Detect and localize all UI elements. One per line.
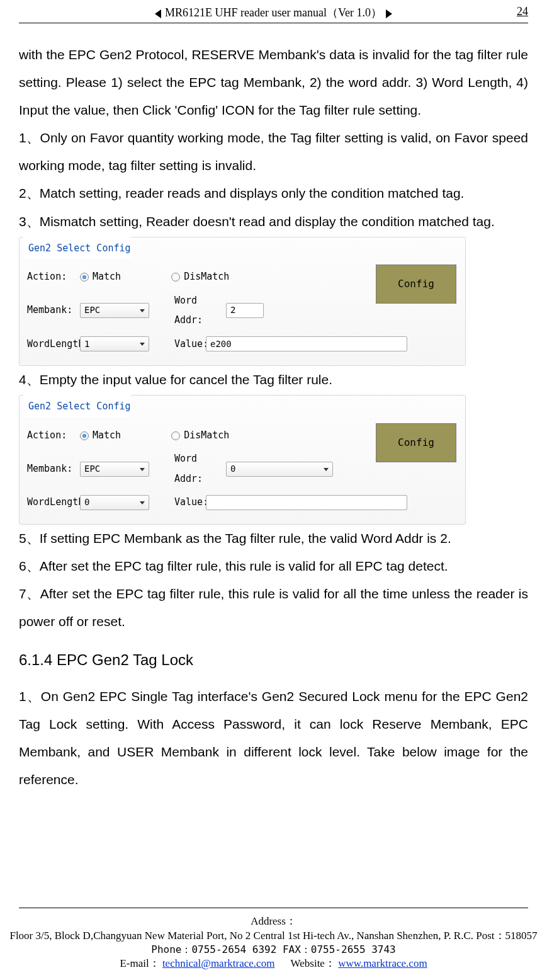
config-button[interactable]: Config [376,265,456,304]
para-6: 6、After set the EPC tag filter rule, thi… [19,552,528,580]
value-input[interactable]: e200 [206,336,407,351]
page-content: with the EPC Gen2 Protocol, RESERVE Memb… [19,41,528,794]
radio-match[interactable]: Match [80,267,121,287]
triangle-right-icon [386,9,392,18]
wordlength-select[interactable]: 1 [80,336,149,351]
membank-label: Membank: [23,300,80,321]
footer-website-label: Website： [291,957,336,969]
radio-match-label: Match [93,426,121,446]
gen2-config-panel-1: Gen2 Select Config Config Action: Match … [19,237,466,367]
membank-select[interactable]: EPC [80,303,149,318]
wordlength-select[interactable]: 0 [80,495,149,510]
radio-dismatch[interactable]: DisMatch [171,267,229,287]
value-label: Value: [168,493,206,513]
membank-select[interactable]: EPC [80,462,149,477]
config-button-label: Config [398,273,434,295]
footer-divider [19,908,528,908]
membank-value: EPC [84,460,100,478]
page-header: MR6121E UHF reader user manual（Ver 1.0） … [19,0,528,20]
footer-phone: Phone：0755-2654 6392 FAX：0755-2655 3743 [0,943,547,957]
radio-match-label: Match [93,267,121,287]
page-number: 24 [517,5,528,18]
wordlength-label: WordLength: [23,493,80,513]
wordaddr-value: 0 [230,460,235,478]
footer-contact-line: E-mail： technical@marktrace.com Website：… [0,957,547,971]
manual-title: MR6121E UHF reader user manual（Ver 1.0） [165,5,382,20]
footer-website-link[interactable]: www.marktrace.com [338,957,427,969]
para-2: 2、Match setting, reader reads and displa… [19,179,528,207]
radio-dot-icon [171,431,180,440]
radio-dismatch[interactable]: DisMatch [171,426,229,446]
triangle-left-icon [155,9,161,18]
footer-email-link[interactable]: technical@marktrace.com [162,957,274,969]
para-7: 7、After set the EPC tag filter rule, thi… [19,580,528,635]
wordaddr-label: Word Addr: [168,449,226,489]
footer-email-label: E-mail： [120,957,159,969]
wordaddr-select[interactable]: 0 [226,462,333,477]
footer-address-label: Address： [0,914,547,929]
radio-dot-icon [80,431,89,440]
wordlength-label: WordLength: [23,334,80,355]
para-1: 1、Only on Favor quantity working mode, t… [19,124,528,179]
radio-dismatch-label: DisMatch [184,267,229,287]
radio-dot-icon [80,273,89,282]
membank-value: EPC [84,301,100,319]
panel-title: Gen2 Select Config [23,236,131,259]
wordlength-value: 0 [84,493,89,511]
action-label: Action: [23,267,80,287]
value-value: e200 [210,335,232,353]
gen2-config-panel-2: Gen2 Select Config Config Action: Match … [19,395,466,525]
panel-title: Gen2 Select Config [23,394,131,417]
footer-address: Floor 3/5, Block D,Changyuan New Materia… [0,929,547,943]
wordaddr-input[interactable]: 2 [226,303,264,318]
membank-label: Membank: [23,459,80,479]
wordaddr-value: 2 [230,301,235,319]
para-3: 3、Mismatch setting, Reader doesn't read … [19,208,528,236]
wordaddr-label: Word Addr: [168,291,226,331]
radio-dot-icon [171,273,180,282]
heading-614: 6.1.4 EPC Gen2 Tag Lock [19,644,528,676]
para-intro: with the EPC Gen2 Protocol, RESERVE Memb… [19,41,528,124]
header-divider [19,23,528,23]
page-footer: Address： Floor 3/5, Block D,Changyuan Ne… [0,908,547,971]
radio-match[interactable]: Match [80,426,121,446]
action-label: Action: [23,426,80,446]
value-label: Value: [168,334,206,355]
value-input[interactable] [206,495,407,510]
config-button[interactable]: Config [376,423,456,462]
para-5: 5、If setting EPC Membank as the Tag filt… [19,525,528,552]
radio-dismatch-label: DisMatch [184,426,229,446]
para-4: 4、Empty the input value for cancel the T… [19,366,528,394]
wordlength-value: 1 [84,335,89,353]
para-8: 1、On Gen2 EPC Single Tag interface's Gen… [19,683,528,794]
config-button-label: Config [398,432,434,453]
